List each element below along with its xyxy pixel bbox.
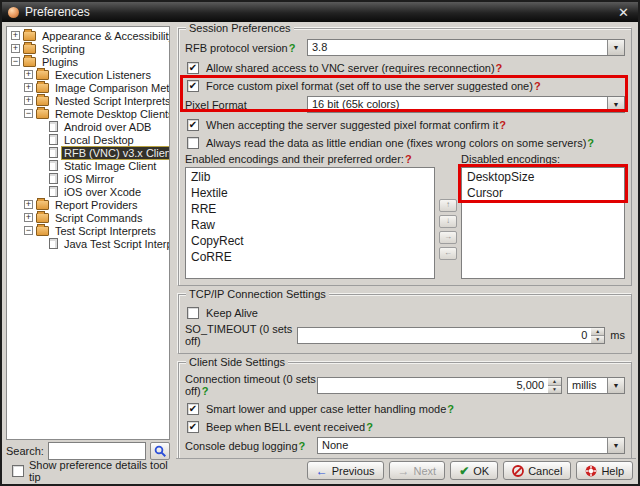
- tree-item[interactable]: iOS over Xcode: [7, 185, 169, 198]
- console-debug-select[interactable]: None ▼: [317, 437, 625, 454]
- tree-item[interactable]: +Report Providers: [7, 198, 169, 211]
- tree-item[interactable]: Static Image Client: [7, 159, 169, 172]
- allow-shared-checkbox[interactable]: ✔: [187, 62, 199, 74]
- console-debug-help-icon[interactable]: ?: [299, 440, 306, 452]
- encoding-item[interactable]: RRE: [186, 201, 434, 217]
- encoding-item[interactable]: CoRRE: [186, 249, 434, 265]
- move-down-button[interactable]: ↓: [439, 215, 457, 228]
- encoding-item[interactable]: CopyRect: [186, 233, 434, 249]
- move-left-button[interactable]: ←: [439, 247, 457, 260]
- tree-item-label[interactable]: Local Desktop: [61, 133, 137, 147]
- previous-button[interactable]: ← Previous: [307, 461, 384, 480]
- spinner-down-icon[interactable]: ▼: [548, 386, 561, 393]
- tree-item-label[interactable]: Execution Listeners: [52, 68, 154, 82]
- search-button[interactable]: [150, 442, 170, 460]
- tree-item[interactable]: −Remote Desktop Clients: [7, 107, 169, 120]
- confirm-format-checkbox[interactable]: ✔: [187, 119, 199, 131]
- tree-item[interactable]: iOS Mirror: [7, 172, 169, 185]
- little-endian-checkbox[interactable]: [187, 137, 199, 149]
- tree-item[interactable]: +Image Comparison Methods: [7, 81, 169, 94]
- spinner-up-icon[interactable]: ▲: [591, 328, 604, 336]
- tree-item-label[interactable]: iOS Mirror: [61, 172, 117, 186]
- conn-timeout-spinner[interactable]: ▲ ▼: [548, 377, 562, 394]
- rfb-version-select[interactable]: 3.8 ▼: [307, 39, 625, 56]
- collapse-minus-icon[interactable]: −: [24, 226, 33, 235]
- encoding-item[interactable]: Raw: [186, 217, 434, 233]
- tree-item-label[interactable]: Plugins: [39, 55, 81, 69]
- keep-alive-checkbox[interactable]: [187, 307, 199, 319]
- tree-item-label[interactable]: Nested Script Interprets: [52, 94, 170, 108]
- tree-item[interactable]: Local Desktop: [7, 133, 169, 146]
- rfb-version-dropdown-arrow-icon[interactable]: ▼: [607, 40, 624, 55]
- spinner-up-icon[interactable]: ▲: [548, 378, 561, 386]
- tree-item-label[interactable]: Java Test Script Interpret: [61, 237, 170, 251]
- conn-timeout-input[interactable]: 5,000: [317, 377, 548, 394]
- timeout-unit-dropdown-arrow-icon[interactable]: ▼: [607, 378, 624, 393]
- force-custom-checkbox[interactable]: ✔: [187, 80, 199, 92]
- enabled-encodings-help-icon[interactable]: ?: [405, 153, 412, 165]
- details-toggle-checkbox[interactable]: [12, 465, 24, 477]
- tree-item-label[interactable]: Appearance & Accessibility: [39, 29, 170, 43]
- tree-item[interactable]: RFB (VNC) v3.x Client: [7, 146, 169, 159]
- disabled-encodings-list[interactable]: DesktopSizeCursor: [461, 167, 625, 279]
- encoding-item[interactable]: Cursor: [462, 185, 624, 201]
- tree-item[interactable]: +Appearance & Accessibility: [7, 29, 169, 42]
- spinner-down-icon[interactable]: ▼: [591, 336, 604, 343]
- tree-item-label[interactable]: iOS over Xcode: [61, 185, 144, 199]
- beep-bell-help-icon[interactable]: ?: [366, 421, 373, 433]
- tree-item-label[interactable]: Remote Desktop Clients: [52, 107, 170, 121]
- cancel-button[interactable]: Cancel: [503, 461, 571, 480]
- rfb-version-help-icon[interactable]: ?: [289, 42, 296, 54]
- pixel-format-select[interactable]: 16 bit (65k colors) ▼: [307, 96, 625, 113]
- move-right-button[interactable]: →: [439, 231, 457, 244]
- so-timeout-input[interactable]: 0: [297, 327, 591, 344]
- collapse-minus-icon[interactable]: −: [24, 109, 33, 118]
- timeout-unit-select[interactable]: millis ▼: [567, 377, 625, 394]
- close-icon[interactable]: ✕: [615, 6, 632, 19]
- collapse-minus-icon[interactable]: −: [11, 57, 20, 66]
- tree-item-label[interactable]: Scripting: [39, 42, 88, 56]
- tree-item-label[interactable]: RFB (VNC) v3.x Client: [61, 146, 170, 160]
- confirm-format-help-icon[interactable]: ?: [499, 119, 506, 131]
- expand-plus-icon[interactable]: +: [24, 96, 33, 105]
- encoding-item[interactable]: DesktopSize: [462, 169, 624, 185]
- encoding-item[interactable]: Zlib: [186, 169, 434, 185]
- so-timeout-spinner[interactable]: ▲ ▼: [591, 327, 605, 344]
- tree-item-label[interactable]: Test Script Interprets: [52, 224, 159, 238]
- encoding-item[interactable]: Hextile: [186, 185, 434, 201]
- little-endian-help-icon[interactable]: ?: [587, 137, 594, 149]
- tree-item-label[interactable]: Report Providers: [52, 198, 141, 212]
- tree-item[interactable]: +Execution Listeners: [7, 68, 169, 81]
- tree-item[interactable]: +Scripting: [7, 42, 169, 55]
- search-input[interactable]: [48, 442, 146, 460]
- pixel-format-dropdown-arrow-icon[interactable]: ▼: [607, 97, 624, 112]
- expand-plus-icon[interactable]: +: [24, 70, 33, 79]
- tree-item-label[interactable]: Script Commands: [52, 211, 145, 225]
- expand-plus-icon[interactable]: +: [24, 213, 33, 222]
- expand-plus-icon[interactable]: +: [24, 83, 33, 92]
- expand-plus-icon[interactable]: +: [11, 44, 20, 53]
- tree-item-label[interactable]: Static Image Client: [61, 159, 159, 173]
- tree-item-label[interactable]: Image Comparison Methods: [52, 81, 170, 95]
- ok-button[interactable]: ✔ OK: [450, 461, 498, 480]
- tree-item[interactable]: +Nested Script Interprets: [7, 94, 169, 107]
- allow-shared-help-icon[interactable]: ?: [496, 62, 503, 74]
- expand-plus-icon[interactable]: +: [11, 31, 20, 40]
- tree-item[interactable]: Java Test Script Interpret: [7, 237, 169, 250]
- expand-plus-icon[interactable]: +: [24, 200, 33, 209]
- move-up-button[interactable]: ↑: [439, 199, 457, 212]
- tree-item[interactable]: −Test Script Interprets: [7, 224, 169, 237]
- title-bar[interactable]: Preferences ✕: [2, 2, 638, 22]
- smart-case-checkbox[interactable]: ✔: [187, 403, 199, 415]
- help-button[interactable]: Help: [576, 461, 633, 480]
- enabled-encodings-list[interactable]: ZlibHextileRRERawCopyRectCoRRE: [185, 167, 435, 279]
- tree-item-label[interactable]: Android over ADB: [61, 120, 154, 134]
- next-button[interactable]: → Next: [389, 461, 446, 480]
- smart-case-help-icon[interactable]: ?: [447, 403, 454, 415]
- beep-bell-checkbox[interactable]: ✔: [187, 421, 199, 433]
- tree-item[interactable]: +Script Commands: [7, 211, 169, 224]
- conn-timeout-help-icon[interactable]: ?: [202, 385, 209, 397]
- force-custom-help-icon[interactable]: ?: [534, 80, 541, 92]
- tree-item[interactable]: −Plugins: [7, 55, 169, 68]
- tree-item[interactable]: Android over ADB: [7, 120, 169, 133]
